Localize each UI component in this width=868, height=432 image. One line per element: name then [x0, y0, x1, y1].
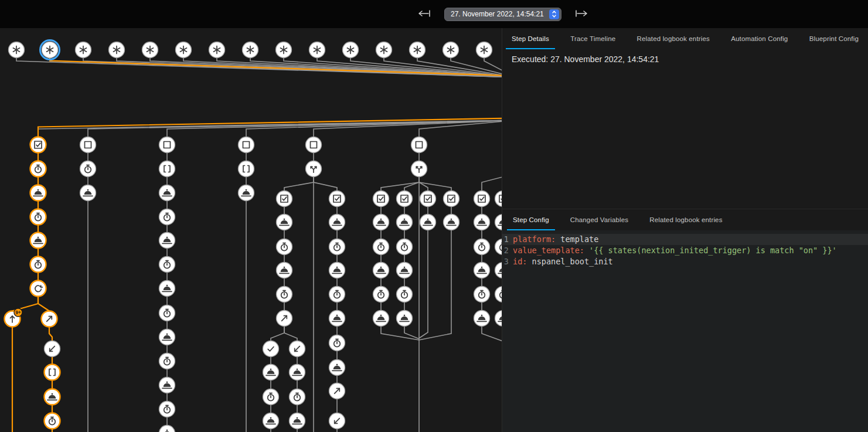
- trace-node-brackets[interactable]: [45, 365, 60, 380]
- trace-node-service[interactable]: [45, 389, 60, 405]
- trace-node-timer[interactable]: [474, 239, 490, 255]
- trace-node-checkbox[interactable]: [495, 191, 502, 207]
- trace-node-square[interactable]: [80, 137, 96, 153]
- trace-node-service[interactable]: [30, 185, 46, 201]
- trace-node-timer[interactable]: [495, 287, 502, 302]
- tab-related-logbook-entries[interactable]: Related logbook entries: [637, 28, 710, 49]
- trace-node-timer[interactable]: [159, 209, 175, 225]
- code-line[interactable]: 3id: nspanel_boot_init: [502, 256, 868, 267]
- trace-node-asterisk[interactable]: [176, 42, 192, 58]
- trace-node-arrow-up-right[interactable]: [42, 311, 57, 327]
- trace-node-service[interactable]: [373, 215, 389, 230]
- trace-node-service[interactable]: [277, 263, 292, 278]
- trace-node-asterisk[interactable]: [276, 42, 292, 58]
- trace-node-asterisk[interactable]: [443, 42, 459, 58]
- tab-automation-config[interactable]: Automation Config: [731, 28, 788, 49]
- trace-node-service[interactable]: [263, 365, 279, 380]
- trace-node-check[interactable]: [263, 341, 279, 357]
- trace-node-arrow-down-left[interactable]: [45, 341, 60, 357]
- trace-node-arrow-up[interactable]: 9+: [5, 308, 23, 327]
- trace-node-timer[interactable]: [290, 389, 305, 405]
- trace-node-service[interactable]: [329, 215, 345, 230]
- trace-node-asterisk[interactable]: [9, 42, 25, 58]
- tab-related-logbook-entries[interactable]: Related logbook entries: [639, 209, 733, 230]
- trace-node-checkbox[interactable]: [474, 191, 490, 207]
- trace-node-service[interactable]: [329, 263, 345, 278]
- trace-node-timer[interactable]: [397, 287, 413, 302]
- trace-node-asterisk[interactable]: [40, 40, 60, 60]
- code-line[interactable]: 2value_template: '{{ states(nextion_init…: [502, 245, 868, 256]
- trace-node-service[interactable]: [373, 263, 389, 278]
- trace-node-timer[interactable]: [30, 161, 46, 177]
- trace-node-service[interactable]: [474, 263, 490, 278]
- trace-node-square[interactable]: [159, 137, 175, 153]
- trace-node-timer[interactable]: [277, 287, 292, 302]
- trace-node-checkbox[interactable]: [444, 191, 459, 207]
- trace-node-service[interactable]: [159, 377, 175, 393]
- trace-node-service[interactable]: [239, 185, 254, 201]
- trace-node-timer[interactable]: [329, 287, 345, 302]
- trace-node-service[interactable]: [495, 263, 502, 278]
- trace-node-asterisk[interactable]: [309, 42, 325, 58]
- trace-node-arrow-down-left[interactable]: [329, 413, 345, 429]
- tab-blueprint-config[interactable]: Blueprint Config: [809, 28, 859, 49]
- tab-step-details[interactable]: Step Details: [512, 28, 549, 49]
- trace-node-checkbox[interactable]: [277, 191, 292, 207]
- next-trace-button[interactable]: [573, 8, 590, 21]
- trace-node-asterisk[interactable]: [209, 42, 225, 58]
- trace-node-service[interactable]: [159, 281, 175, 297]
- trace-node-timer[interactable]: [30, 257, 46, 273]
- trace-node-timer[interactable]: [329, 239, 345, 255]
- trace-node-service[interactable]: [495, 215, 502, 230]
- trace-node-split[interactable]: [411, 161, 427, 177]
- trace-node-service[interactable]: [397, 263, 413, 278]
- trace-node-checkbox[interactable]: [30, 137, 46, 153]
- trace-node-timer[interactable]: [159, 402, 175, 417]
- trace-node-service[interactable]: [277, 215, 292, 230]
- trace-node-checkbox[interactable]: [329, 191, 345, 207]
- tab-changed-variables[interactable]: Changed Variables: [560, 209, 639, 230]
- trace-node-arrow-up-right[interactable]: [277, 311, 292, 326]
- yaml-editor[interactable]: 1platform: template2value_template: '{{ …: [502, 230, 868, 432]
- trace-node-timer[interactable]: [263, 389, 279, 405]
- trace-node-brackets[interactable]: [159, 161, 175, 177]
- trace-node-service[interactable]: [474, 311, 490, 326]
- trace-node-timer[interactable]: [474, 287, 490, 302]
- trace-node-square[interactable]: [411, 137, 427, 153]
- trace-node-service[interactable]: [444, 215, 459, 230]
- trace-node-asterisk[interactable]: [142, 42, 158, 58]
- trace-node-service[interactable]: [290, 365, 305, 380]
- tab-trace-timeline[interactable]: Trace Timeline: [570, 28, 615, 49]
- trace-node-timer[interactable]: [80, 161, 96, 177]
- trace-node-timer[interactable]: [373, 287, 389, 302]
- code-line[interactable]: 1platform: template: [502, 234, 868, 245]
- trace-node-arrow-up-right[interactable]: [329, 383, 345, 399]
- trace-node-service[interactable]: [474, 215, 490, 230]
- trace-node-service[interactable]: [290, 413, 305, 429]
- trace-node-service[interactable]: [397, 311, 413, 326]
- trace-node-square[interactable]: [239, 137, 254, 153]
- trace-node-service[interactable]: [329, 311, 345, 326]
- tab-step-config[interactable]: Step Config: [502, 209, 560, 230]
- trace-node-checkbox[interactable]: [420, 191, 436, 207]
- trace-node-service[interactable]: [397, 215, 413, 230]
- trace-node-arrow-down-left[interactable]: [290, 341, 305, 357]
- trace-node-service[interactable]: [159, 426, 175, 432]
- trace-node-service[interactable]: [30, 233, 46, 249]
- trace-node-service[interactable]: [159, 185, 175, 201]
- trace-node-service[interactable]: [495, 311, 502, 326]
- trace-node-square[interactable]: [306, 137, 322, 153]
- trace-node-asterisk[interactable]: [343, 42, 359, 58]
- trace-node-service[interactable]: [159, 329, 175, 345]
- trace-node-timer[interactable]: [30, 209, 46, 225]
- trace-node-timer[interactable]: [159, 353, 175, 369]
- trace-node-service[interactable]: [329, 360, 345, 376]
- trace-node-timer[interactable]: [495, 239, 502, 255]
- trace-node-brackets[interactable]: [239, 161, 254, 177]
- trace-node-service[interactable]: [420, 215, 436, 230]
- previous-trace-button[interactable]: [416, 8, 433, 21]
- trace-node-checkbox[interactable]: [397, 191, 413, 207]
- trace-node-timer[interactable]: [159, 305, 175, 321]
- trace-node-asterisk[interactable]: [376, 42, 392, 58]
- trace-node-checkbox[interactable]: [373, 191, 389, 207]
